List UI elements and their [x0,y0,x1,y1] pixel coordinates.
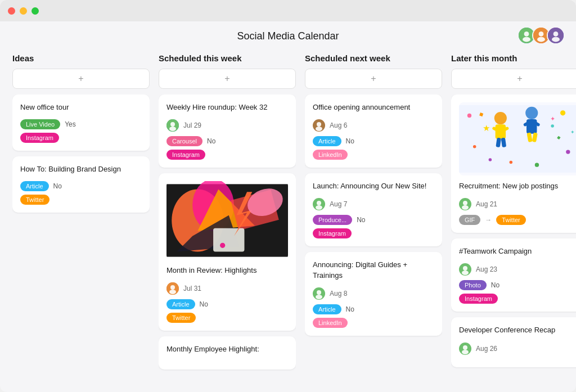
card-monthly-employee: Monthly Employee Highlight: [159,336,296,369]
svg-point-27 [316,127,322,131]
header: Social Media Calendar [0,21,576,49]
meta-date: Aug 8 [330,290,347,298]
meta-avatar [313,119,325,132]
tag-article: Article [20,181,49,191]
cards-ideas: New office tour Live Video Yes Instagram… [12,94,150,384]
card-recruitment: ★ ✦ ✦ Recruitment: New job postings [451,94,576,233]
card-meta: Aug 26 [459,343,576,355]
maximize-button[interactable] [32,7,39,15]
meta-date: Aug 6 [330,121,347,129]
svg-point-64 [463,266,467,271]
meta-avatar [459,198,471,210]
card-teamwork-campaign: #Teamwork Campaign Aug 23 Photo No Insta… [451,238,576,312]
tag-article: Article [313,136,341,146]
card-office-opening: Office opening announcement Aug 6 Articl… [305,94,442,168]
tags-row-2: Instagram [459,294,576,304]
tag-gif: GIF [459,215,480,225]
tag-photo: Photo [459,280,487,290]
column-later-this-month: Later this month + [447,49,576,384]
svg-point-38 [473,145,476,148]
card-title: #Teamwork Campaign [459,246,576,256]
tags-row-2: Instagram [20,133,142,143]
arrow-icon: → [485,216,492,224]
tag-instagram: Instagram [20,133,59,143]
tags-row-2: Twitter [166,313,288,323]
svg-point-32 [317,290,321,295]
tag-live-video: Live Video [20,119,60,129]
meta-avatar [166,282,179,295]
yes-no-label: No [346,137,354,145]
titlebar [0,0,576,21]
svg-text:✦: ✦ [550,115,555,122]
meta-date: Aug 23 [476,265,497,273]
close-button[interactable] [8,7,15,15]
yes-no-label: Yes [65,120,76,128]
column-header-scheduled-week: Scheduled this week [159,49,296,69]
tag-article: Article [166,299,195,309]
minimize-button[interactable] [20,7,27,15]
svg-point-61 [463,201,467,205]
svg-point-59 [489,158,492,161]
app-window: Social Media Calendar Ideas + New office… [0,0,576,392]
tags-row-2: LinkedIn [313,318,434,328]
svg-point-10 [170,122,175,127]
card-title: Developer Conference Recap [459,325,576,335]
svg-rect-43 [526,119,537,134]
card-title: How To: Building Brand Design [20,164,142,174]
add-card-later-month[interactable]: + [451,69,576,89]
card-meta: Aug 6 [313,119,434,132]
svg-point-5 [537,37,545,42]
svg-point-67 [463,345,467,350]
card-digital-guides: Announcing: Digital Guides + Trainings A… [305,252,442,335]
add-card-scheduled-week[interactable]: + [159,69,296,89]
cards-scheduled-next-week: Office opening announcement Aug 6 Articl… [305,94,442,384]
column-header-scheduled-next-week: Scheduled next week [305,49,442,69]
cards-later-month: ★ ✦ ✦ Recruitment: New job postings [451,94,576,384]
meta-avatar [459,263,471,276]
card-developer-conference: Developer Conference Recap Aug 26 [451,317,576,367]
cards-scheduled-week: Weekly Hire roundup: Week 32 Jul 29 Caro… [159,94,296,384]
card-weekly-hire: Weekly Hire roundup: Week 32 Jul 29 Caro… [159,94,296,168]
tags-row-2: Twitter [20,195,142,205]
yes-no-label: No [357,216,365,224]
tag-instagram: Instagram [166,150,205,160]
tags-row: Produce... No [313,215,434,225]
tags-row-2: LinkedIn [313,150,434,160]
svg-point-65 [462,271,469,275]
card-title: New office tour [20,102,142,112]
svg-point-42 [525,107,538,119]
svg-point-7 [554,31,559,37]
meta-date: Aug 26 [476,345,497,353]
tag-produce: Produce... [313,215,352,225]
svg-point-36 [560,110,565,115]
tag-twitter: Twitter [496,215,525,225]
tags-row: Photo No [459,280,576,290]
board: Ideas + New office tour Live Video Yes I… [0,49,576,392]
svg-point-33 [316,295,322,299]
meta-date: Aug 7 [330,200,347,208]
card-meta: Jul 31 [166,282,288,295]
yes-no-label: No [491,281,500,289]
card-title: Announcing: Digital Guides + Trainings [313,260,434,280]
card-meta: Aug 8 [313,287,434,300]
add-card-scheduled-next-week[interactable]: + [305,69,442,89]
column-header-later-month: Later this month [451,49,576,69]
column-scheduled-next-week: Scheduled next week + Office opening ann… [300,49,447,384]
card-meta: Aug 21 [459,198,576,210]
add-card-ideas[interactable]: + [12,69,150,89]
page-title: Social Media Calendar [237,30,339,42]
card-title: Launch: Announcing Our New Site! [313,181,434,191]
tags-row: Article No [313,136,434,146]
tag-carousel: Carousel [166,136,202,146]
svg-point-68 [462,350,469,354]
meta-avatar [313,287,325,300]
svg-point-48 [494,112,507,124]
tags-row: Article No [313,304,434,314]
column-header-ideas: Ideas [12,49,150,69]
tag-linkedin: LinkedIn [313,318,348,328]
svg-point-29 [317,201,321,205]
meta-avatar [166,119,179,132]
tag-instagram: Instagram [313,228,352,238]
svg-point-11 [169,127,176,131]
tags-row: Article No [166,299,288,309]
